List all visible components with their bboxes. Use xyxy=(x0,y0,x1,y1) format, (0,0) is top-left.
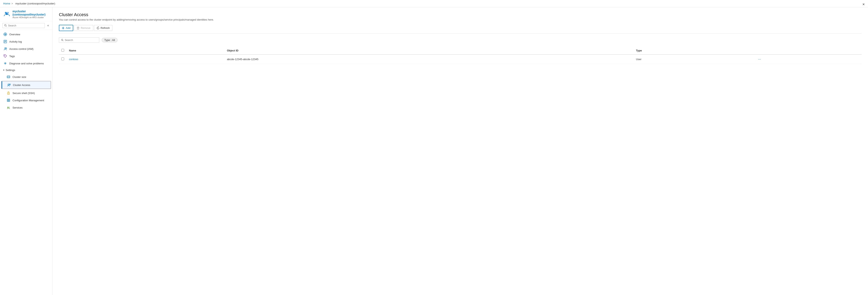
row-more-button[interactable]: ··· xyxy=(757,57,762,61)
svg-rect-39 xyxy=(77,27,79,29)
add-button-label: Add xyxy=(66,26,70,29)
sidebar-item-ssh-label: Secure shell (SSH) xyxy=(12,92,35,95)
table-row: contoso abcde-12345-abcde-12345 User ··· xyxy=(59,55,862,64)
row-more-cell: ··· xyxy=(755,55,862,64)
content-area: Cluster Access You can control access to… xyxy=(53,7,868,295)
sidebar-search-input[interactable] xyxy=(8,24,43,27)
table-header-actions xyxy=(755,47,862,55)
sidebar-item-access-control[interactable]: Access control (IAM) xyxy=(0,45,52,53)
row-type-cell: User xyxy=(633,55,755,64)
sidebar: mycluster (contosopool/mycluster) Azure … xyxy=(0,7,53,295)
sidebar-item-ssh[interactable]: Secure shell (SSH) xyxy=(0,89,52,97)
sidebar-header: mycluster (contosopool/mycluster) Azure … xyxy=(0,7,52,21)
cluster-icon xyxy=(3,10,10,18)
filter-search-wrap xyxy=(59,37,99,43)
svg-point-2 xyxy=(6,13,8,15)
breadcrumb-home[interactable]: Home xyxy=(3,2,10,5)
config-mgmt-icon xyxy=(6,98,10,102)
add-button[interactable]: Add xyxy=(59,25,73,31)
svg-point-26 xyxy=(8,84,9,85)
sidebar-search-row: « xyxy=(0,21,52,30)
toolbar: Add Remove Refresh xyxy=(59,25,862,34)
row-object-id-cell: abcde-12345-abcde-12345 xyxy=(224,55,633,64)
svg-point-36 xyxy=(8,107,10,108)
row-name-cell[interactable]: contoso xyxy=(67,55,224,64)
sidebar-item-diagnose[interactable]: Diagnose and solve problems xyxy=(0,60,52,67)
filter-search-icon xyxy=(61,39,64,41)
remove-button[interactable]: Remove xyxy=(74,25,93,31)
sidebar-item-config-mgmt-label: Configuration Management xyxy=(12,99,44,102)
svg-point-29 xyxy=(8,93,9,94)
sidebar-item-cluster-size-label: Cluster size xyxy=(12,76,26,79)
data-table: Name Object ID Type contoso abcde-12345-… xyxy=(59,47,862,64)
table-body: contoso abcde-12345-abcde-12345 User ··· xyxy=(59,55,862,64)
svg-point-3 xyxy=(4,24,6,26)
table-header-type: Type xyxy=(633,47,755,55)
settings-section-label: Settings xyxy=(6,68,15,71)
svg-point-45 xyxy=(61,39,63,40)
tags-icon xyxy=(3,54,7,58)
row-checkbox[interactable] xyxy=(61,58,64,60)
sidebar-item-cluster-size[interactable]: Cluster size xyxy=(0,73,52,81)
cluster-size-icon xyxy=(6,75,10,79)
settings-chevron: ▾ xyxy=(3,69,4,71)
svg-point-27 xyxy=(9,84,10,85)
svg-rect-32 xyxy=(9,99,9,100)
window-close-button[interactable]: × xyxy=(862,2,865,7)
svg-point-35 xyxy=(7,107,8,108)
svg-rect-33 xyxy=(7,100,8,101)
remove-button-label: Remove xyxy=(81,26,90,29)
breadcrumb-sep: > xyxy=(11,2,13,5)
sidebar-item-iam-label: Access control (IAM) xyxy=(9,48,33,51)
sidebar-item-config-mgmt[interactable]: Configuration Management xyxy=(0,97,52,104)
sidebar-item-overview[interactable]: Overview xyxy=(0,31,52,38)
sidebar-nav: Overview Activity log xyxy=(0,30,52,112)
sidebar-search-wrap xyxy=(2,23,45,28)
activity-log-icon xyxy=(3,39,7,43)
sidebar-item-cluster-access-wrapper: Cluster Access xyxy=(1,81,51,89)
sidebar-header-text: mycluster (contosopool/mycluster) Azure … xyxy=(12,10,49,19)
table-header-checkbox-col xyxy=(59,47,67,55)
refresh-button[interactable]: Refresh xyxy=(94,25,113,31)
breadcrumb-current: mycluster (contosopool/mycluster) xyxy=(15,2,55,5)
iam-icon xyxy=(3,47,7,51)
sidebar-subtitle: Azure HDInsight on AKS cluster xyxy=(12,16,49,19)
sidebar-item-services[interactable]: Services xyxy=(0,104,52,111)
remove-icon xyxy=(76,27,80,29)
add-icon xyxy=(62,27,65,29)
row-checkbox-cell xyxy=(59,55,67,64)
table-header: Name Object ID Type xyxy=(59,47,862,55)
svg-rect-31 xyxy=(7,99,8,100)
sidebar-item-overview-label: Overview xyxy=(9,33,20,36)
sidebar-title: mycluster (contosopool/mycluster) xyxy=(12,10,49,16)
ssh-icon xyxy=(6,91,10,95)
svg-rect-34 xyxy=(9,100,9,101)
main-layout: mycluster (contosopool/mycluster) Azure … xyxy=(0,7,868,295)
type-filter-badge[interactable]: Type : All xyxy=(102,38,118,42)
svg-point-17 xyxy=(4,55,5,56)
refresh-button-label: Refresh xyxy=(101,26,110,29)
sidebar-item-services-label: Services xyxy=(12,106,23,109)
diagnose-icon xyxy=(3,61,7,65)
page-title-row: Cluster Access xyxy=(59,12,862,17)
table-header-object-id: Object ID xyxy=(224,47,633,55)
refresh-icon xyxy=(97,27,99,29)
table-select-all-checkbox[interactable] xyxy=(61,49,64,52)
svg-line-46 xyxy=(63,40,63,41)
breadcrumb-bar: Home > mycluster (contosopool/mycluster) xyxy=(0,0,868,7)
sidebar-collapse-button[interactable]: « xyxy=(46,23,50,28)
sidebar-item-activity-log-label: Activity log xyxy=(9,40,22,43)
sidebar-item-activity-log[interactable]: Activity log xyxy=(0,38,52,45)
svg-line-4 xyxy=(6,26,7,26)
sidebar-search-icon xyxy=(4,24,7,27)
sidebar-item-tags[interactable]: Tags xyxy=(0,53,52,60)
sidebar-item-diagnose-label: Diagnose and solve problems xyxy=(9,62,44,65)
filter-row: Type : All xyxy=(59,37,862,43)
page-title: Cluster Access xyxy=(59,12,88,17)
settings-section-header[interactable]: ▾ Settings xyxy=(0,67,52,73)
sidebar-item-cluster-access-label: Cluster Access xyxy=(13,84,30,87)
sidebar-item-cluster-access[interactable]: Cluster Access xyxy=(2,81,51,89)
filter-search-input[interactable] xyxy=(65,38,97,41)
services-icon xyxy=(6,106,10,110)
svg-point-6 xyxy=(5,34,6,35)
